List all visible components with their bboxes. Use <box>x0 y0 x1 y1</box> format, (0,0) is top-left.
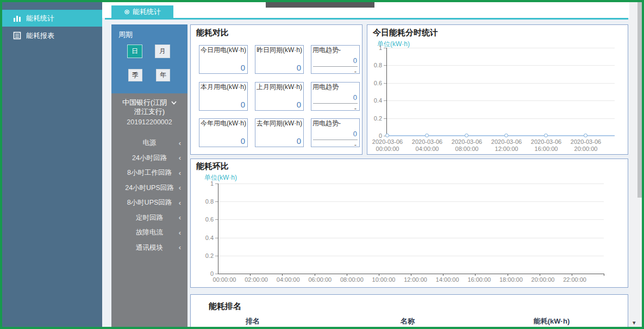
report-icon <box>13 31 21 40</box>
org-menu-item[interactable]: 电源‹ <box>111 136 187 151</box>
x-tick-line: 2020-03-06 <box>444 138 490 145</box>
data-line <box>386 135 615 136</box>
trend-divider <box>313 66 358 67</box>
org-menu-item[interactable]: 定时回路‹ <box>111 211 187 226</box>
stat-box: 本月用电(kW·h)0 <box>199 82 248 111</box>
sidebar-item-label: 能耗报表 <box>26 31 54 41</box>
trend-box: 用电趋势0- <box>311 82 360 111</box>
org-menu-item[interactable]: 8小时工作回路‹ <box>111 166 187 181</box>
org-name-line2: 澄江支行) <box>111 107 187 116</box>
chevron-left-icon: ‹ <box>179 139 181 147</box>
y-tick-label: 0.2 <box>364 115 382 122</box>
data-point <box>425 134 429 137</box>
org-menu-item[interactable]: 8小时UPS回路‹ <box>111 195 187 211</box>
grid-line <box>386 65 615 66</box>
chevron-left-icon: ‹ <box>179 229 181 237</box>
x-tick-line: 2020-03-06 <box>404 138 450 145</box>
x-tick <box>411 274 411 276</box>
stat-box: 昨日同期(kW·h)0 <box>255 45 304 74</box>
rank-col-energy: 能耗(kW·h) <box>519 317 584 326</box>
org-code: 201912200002 <box>111 118 187 126</box>
period-section: 周期 日 月 季 年 <box>111 24 187 93</box>
panel-title: 今日能耗分时统计 <box>373 28 438 38</box>
stat-value: 0 <box>297 63 301 72</box>
stat-value: 0 <box>297 136 301 145</box>
bar-chart-icon <box>13 14 21 22</box>
y-tick-label: 1 <box>364 45 382 51</box>
x-tick <box>282 274 283 276</box>
x-tick-label: 22:00:00 <box>552 276 598 283</box>
x-tick-label: 2020-03-0600:00:00 <box>365 138 410 153</box>
stat-label: 去年同期(kW·h) <box>255 119 303 127</box>
chevron-left-icon: ‹ <box>179 213 181 222</box>
period-button-quarter[interactable]: 季 <box>128 69 142 81</box>
x-tick <box>379 274 379 276</box>
rank-col-rank: 排名 <box>220 317 285 326</box>
x-tick <box>508 274 508 276</box>
org-selector[interactable]: 中国银行(江阴 澄江支行) <box>111 98 187 116</box>
org-menu-item-label: 8小时UPS回路 <box>127 198 172 207</box>
grid-line <box>218 184 604 184</box>
sidebar-item-energy-report[interactable]: 能耗报表 <box>2 27 102 44</box>
rank-col-name: 名称 <box>375 317 440 326</box>
x-tick-line: 00:00:00 <box>365 145 410 153</box>
x-tick-label: 2020-03-0620:00:00 <box>563 138 609 153</box>
trend-box: 用电趋势-0- <box>311 118 360 147</box>
data-point <box>584 134 587 137</box>
stat-box: 今年用电(kW·h)0 <box>199 118 248 147</box>
scroll-down-icon[interactable]: ▾ <box>633 319 640 326</box>
x-tick-line: 16:00:00 <box>523 145 569 153</box>
y-tick-label: 0.8 <box>364 62 382 68</box>
tab-energy-stats[interactable]: ⊗ 能耗统计 <box>111 5 173 18</box>
x-tick-line: 04:00:00 <box>404 145 450 153</box>
x-tick-line: 2020-03-06 <box>563 138 609 145</box>
scrollbar-thumb[interactable] <box>637 2 643 198</box>
y-axis-line <box>218 184 218 274</box>
org-menu-item[interactable]: 24小时回路‹ <box>111 151 187 166</box>
panel-energy-mom: 能耗环比 单位(kW·h) 00.20.40.60.8100:00:0002:0… <box>190 159 628 288</box>
org-menu-item[interactable]: 24小时UPS回路‹ <box>111 181 187 196</box>
panel-title: 能耗环比 <box>196 161 229 172</box>
period-button-month[interactable]: 月 <box>155 45 170 58</box>
stat-box: 今日用电(kW·h)0 <box>199 45 248 74</box>
x-tick <box>250 274 251 276</box>
chevron-left-icon: ‹ <box>179 199 181 207</box>
org-menu-item-label: 故障电流 <box>136 228 163 237</box>
stat-label: 今日用电(kW·h) <box>199 46 247 54</box>
period-button-day[interactable]: 日 <box>127 45 142 58</box>
trend-divider <box>313 140 358 140</box>
sidebar-item-energy-stats[interactable]: 能耗统计 <box>2 10 102 27</box>
chevron-left-icon: ‹ <box>179 169 181 177</box>
trend-denominator: - <box>354 104 357 111</box>
trend-label: 用电趋势- <box>311 119 359 127</box>
period-label: 周期 <box>118 30 133 40</box>
stat-label: 上月同期(kW·h) <box>255 83 303 91</box>
x-tick <box>347 274 347 276</box>
panel-title: 能耗对比 <box>196 28 229 38</box>
y-tick-label: 0.4 <box>195 235 214 241</box>
org-menu-item-label: 24小时UPS回路 <box>125 184 174 193</box>
y-tick-label: 1 <box>195 180 214 187</box>
chevron-left-icon: ‹ <box>179 243 181 251</box>
trend-label: 用电趋势 <box>311 83 359 91</box>
x-tick-line: 2020-03-06 <box>365 138 410 145</box>
org-menu-item[interactable]: 通讯模块‹ <box>111 241 187 256</box>
stat-box: 去年同期(kW·h)0 <box>255 118 304 147</box>
period-button-year[interactable]: 年 <box>156 69 170 81</box>
org-menu: 电源‹24小时回路‹8小时工作回路‹24小时UPS回路‹8小时UPS回路‹定时回… <box>111 136 187 255</box>
x-tick-label: 2020-03-0608:00:00 <box>444 138 490 153</box>
grid-line <box>386 100 615 101</box>
org-menu-item[interactable]: 故障电流‹ <box>111 225 187 241</box>
grid-line <box>386 83 615 84</box>
org-menu-item-label: 定时回路 <box>136 213 163 223</box>
x-tick-line: 12:00:00 <box>484 145 529 153</box>
chevron-left-icon: ‹ <box>179 184 181 192</box>
chevron-down-icon <box>171 101 177 105</box>
grid-line <box>218 219 604 220</box>
trend-value: 0 <box>353 93 357 102</box>
grid-line <box>386 48 615 48</box>
close-circle-icon[interactable]: ⊗ <box>124 8 130 16</box>
x-tick <box>475 274 476 276</box>
org-name-line1: 中国银行(江阴 <box>122 98 167 106</box>
stat-label: 今年用电(kW·h) <box>199 119 247 127</box>
